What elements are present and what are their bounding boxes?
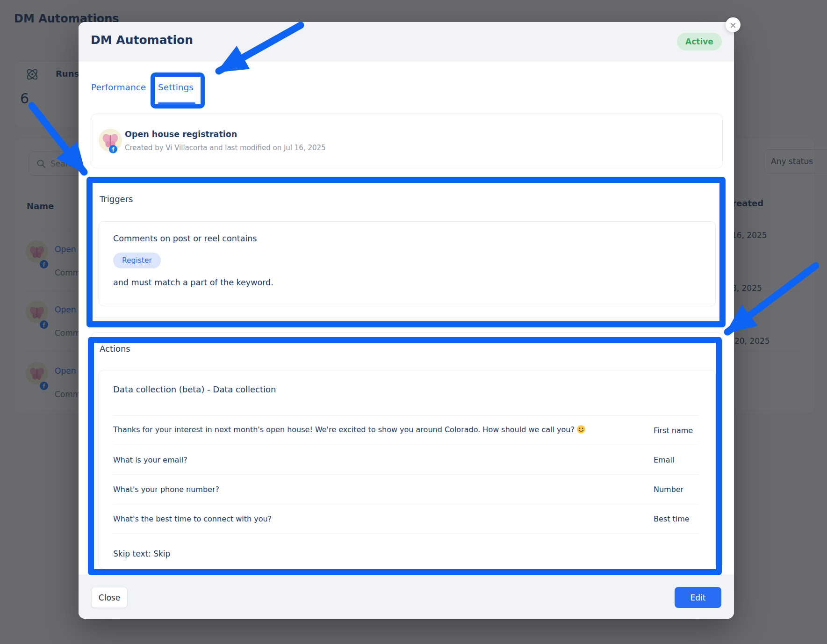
modal-title: DM Automation <box>91 33 193 47</box>
annotation-box-settings-tab <box>151 72 205 109</box>
automation-info-card: Open house registration Created by Vi Vi… <box>91 114 723 168</box>
screen: DM Automations Runs 6 Search Any status <box>0 0 827 644</box>
tab-performance[interactable]: Performance <box>91 82 146 92</box>
edit-button[interactable]: Edit <box>675 587 721 608</box>
modal-header: DM Automation Active <box>79 22 734 62</box>
facebook-icon <box>109 145 117 153</box>
annotation-box-actions <box>88 337 722 575</box>
status-badge: Active <box>677 33 722 51</box>
close-button[interactable]: Close <box>91 587 128 608</box>
automation-meta: Created by Vi Villacorta and last modifi… <box>125 144 326 152</box>
automation-name: Open house registration <box>125 130 237 139</box>
annotation-box-triggers <box>86 177 726 327</box>
close-icon[interactable]: × <box>726 17 741 32</box>
modal-footer: Close Edit <box>79 574 734 619</box>
